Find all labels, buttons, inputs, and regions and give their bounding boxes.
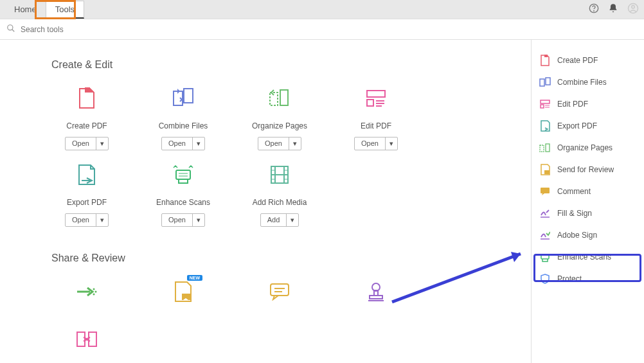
tool-label: Create PDF: [51, 121, 122, 130]
open-split-button[interactable]: Open ▾: [354, 137, 398, 150]
sidebar-item-send-review[interactable]: Send for Review: [532, 159, 644, 181]
tab-tools[interactable]: Tools: [46, 1, 84, 19]
tab-home[interactable]: Home: [5, 1, 46, 17]
tool-comment[interactable]: [244, 280, 315, 315]
search-bar: [0, 19, 644, 40]
tool-label: Organize Pages: [244, 121, 315, 130]
sidebar-item-adobe-sign[interactable]: Adobe Sign: [532, 224, 644, 246]
comment-icon: [268, 280, 291, 303]
enhance-scans-icon: [539, 251, 551, 263]
open-split-button[interactable]: Open ▾: [161, 137, 205, 150]
comment-icon: [539, 186, 551, 197]
chevron-down-icon[interactable]: ▾: [96, 214, 108, 226]
organize-pages-icon: [539, 142, 551, 154]
svg-rect-47: [546, 144, 550, 152]
tool-combine-files[interactable]: Combine Files Open ▾: [148, 87, 219, 150]
svg-rect-6: [85, 87, 90, 93]
chevron-down-icon[interactable]: ▾: [289, 137, 301, 150]
tool-create-pdf[interactable]: Create PDF Open ▾: [51, 87, 122, 150]
sidebar-item-label: Comment: [557, 187, 591, 196]
organize-pages-icon: [268, 87, 291, 110]
tool-export-pdf[interactable]: Export PDF Open ▾: [51, 163, 122, 227]
sidebar-item-create-pdf[interactable]: Create PDF: [532, 49, 644, 71]
tool-enhance-scans[interactable]: Enhance Scans Open ▾: [148, 163, 219, 227]
enhance-scans-icon: [172, 163, 195, 186]
svg-rect-30: [271, 284, 289, 296]
open-split-button[interactable]: Open ▾: [258, 137, 301, 150]
svg-point-1: [594, 11, 595, 12]
svg-line-5: [12, 29, 15, 31]
svg-rect-14: [176, 170, 190, 179]
tool-label: Export PDF: [51, 198, 122, 207]
tool-add-rich-media[interactable]: Add Rich Media Add ▾: [244, 163, 315, 227]
svg-rect-43: [541, 105, 544, 108]
tools-content: Create & Edit Create PDF Open ▾ Combine …: [0, 40, 531, 363]
section-share-review: Share & Review: [51, 252, 499, 264]
svg-rect-52: [541, 254, 549, 259]
svg-point-27: [95, 291, 97, 293]
sidebar-item-enhance-scans[interactable]: Enhance Scans: [532, 246, 644, 268]
shield-icon: [539, 273, 551, 285]
svg-rect-10: [367, 100, 373, 106]
bell-icon[interactable]: [608, 3, 618, 15]
svg-rect-8: [280, 90, 288, 105]
tool-label: Edit PDF: [341, 121, 411, 130]
open-split-button[interactable]: Open ▾: [161, 213, 205, 227]
tool-share-arrow[interactable]: [51, 280, 122, 315]
svg-rect-49: [541, 188, 550, 193]
sidebar-item-label: Send for Review: [557, 165, 614, 174]
svg-rect-40: [540, 79, 544, 86]
chevron-down-icon[interactable]: ▾: [386, 137, 397, 150]
svg-rect-48: [544, 170, 550, 174]
svg-point-28: [93, 294, 95, 296]
chevron-down-icon[interactable]: ▾: [193, 137, 204, 150]
open-split-button[interactable]: Open ▾: [65, 213, 109, 227]
sidebar-item-protect[interactable]: Protect: [532, 268, 644, 290]
top-tab-bar: Home Tools: [0, 0, 644, 19]
profile-icon[interactable]: [627, 3, 639, 16]
sidebar-item-label: Combine Files: [557, 78, 607, 87]
edit-pdf-icon: [539, 98, 551, 110]
tool-organize-pages[interactable]: Organize Pages Open ▾: [244, 87, 315, 150]
tool-stamp[interactable]: [341, 280, 411, 315]
sidebar-item-label: Organize Pages: [557, 143, 613, 152]
combine-files-icon: [539, 76, 551, 88]
svg-rect-35: [370, 296, 382, 299]
sidebar-item-edit-pdf[interactable]: Edit PDF: [532, 93, 644, 115]
svg-rect-37: [77, 332, 85, 346]
help-icon[interactable]: [589, 3, 599, 15]
section-create-edit: Create & Edit: [51, 59, 499, 71]
chevron-down-icon[interactable]: ▾: [193, 214, 204, 226]
chevron-down-icon[interactable]: ▾: [287, 214, 298, 226]
svg-point-3: [632, 6, 635, 9]
right-sidebar: ▶ Create PDF Combine Files Edit PDF Expo…: [531, 40, 644, 363]
rich-media-icon: [268, 163, 291, 186]
sidebar-item-fill-sign[interactable]: Fill & Sign: [532, 202, 644, 224]
tool-send-review[interactable]: NEW: [148, 280, 219, 315]
fill-sign-icon: [539, 208, 551, 219]
sidebar-item-export-pdf[interactable]: Export PDF: [532, 115, 644, 137]
sidebar-item-label: Fill & Sign: [557, 209, 592, 218]
sidebar-item-label: Adobe Sign: [557, 231, 597, 240]
tool-label: Combine Files: [148, 121, 219, 130]
svg-rect-41: [546, 78, 550, 85]
search-input[interactable]: [21, 25, 213, 34]
export-pdf-icon: [539, 120, 551, 132]
add-split-button[interactable]: Add ▾: [260, 213, 300, 227]
svg-rect-38: [89, 332, 96, 346]
tool-compare[interactable]: [51, 328, 122, 362]
open-split-button[interactable]: Open ▾: [65, 137, 109, 150]
adobe-sign-icon: [539, 229, 551, 241]
sidebar-item-comment[interactable]: Comment: [532, 181, 644, 202]
share-arrow-icon: [75, 280, 98, 303]
send-review-icon: [539, 164, 551, 175]
tool-edit-pdf[interactable]: Edit PDF Open ▾: [341, 87, 411, 150]
sidebar-item-organize-pages[interactable]: Organize Pages: [532, 137, 644, 159]
stamp-icon: [364, 280, 388, 303]
tool-label: Enhance Scans: [148, 198, 219, 207]
svg-rect-46: [540, 145, 544, 152]
sidebar-collapse-toggle[interactable]: ▶: [531, 220, 532, 239]
combine-files-icon: [172, 87, 195, 110]
sidebar-item-combine-files[interactable]: Combine Files: [532, 71, 644, 93]
chevron-down-icon[interactable]: ▾: [96, 137, 108, 150]
